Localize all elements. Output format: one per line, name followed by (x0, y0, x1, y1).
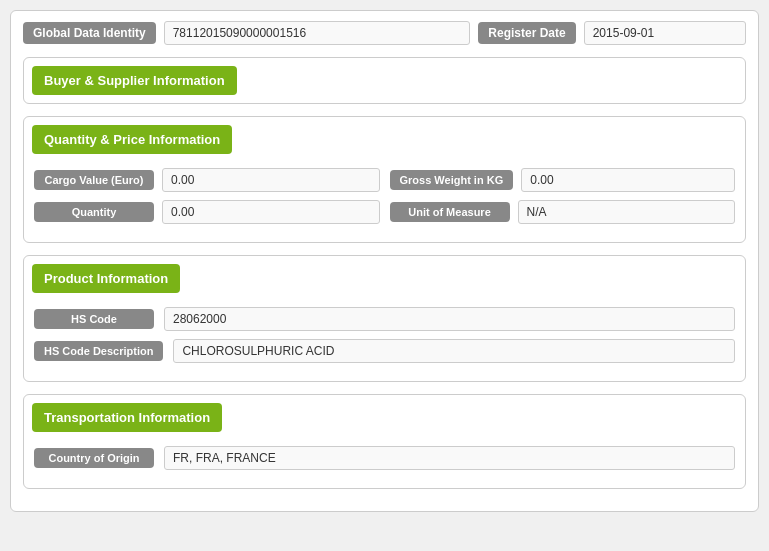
quantity-label: Quantity (34, 202, 154, 222)
gross-weight-label: Gross Weight in KG (390, 170, 514, 190)
transportation-body: Country of Origin FR, FRA, FRANCE (24, 440, 745, 488)
product-body: HS Code 28062000 HS Code Description CHL… (24, 301, 745, 381)
transportation-section: Transportation Information Country of Or… (23, 394, 746, 489)
uom-label: Unit of Measure (390, 202, 510, 222)
quantity-price-section: Quantity & Price Information Cargo Value… (23, 116, 746, 243)
hs-code-value: 28062000 (164, 307, 735, 331)
cargo-value-value: 0.00 (162, 168, 380, 192)
hs-code-label: HS Code (34, 309, 154, 329)
uom-value: N/A (518, 200, 736, 224)
cargo-value-label: Cargo Value (Euro) (34, 170, 154, 190)
register-date-value: 2015-09-01 (584, 21, 746, 45)
buyer-supplier-section: Buyer & Supplier Information (23, 57, 746, 104)
product-section: Product Information HS Code 28062000 HS … (23, 255, 746, 382)
quantity-price-title: Quantity & Price Information (32, 125, 232, 154)
hs-code-row: HS Code 28062000 (34, 307, 735, 331)
gross-weight-value: 0.00 (521, 168, 735, 192)
quantity-group: Quantity 0.00 (34, 200, 380, 224)
header-row: Global Data Identity 7811201509000000151… (23, 21, 746, 45)
gdi-value: 78112015090000001516 (164, 21, 471, 45)
country-label: Country of Origin (34, 448, 154, 468)
transportation-title: Transportation Information (32, 403, 222, 432)
uom-group: Unit of Measure N/A (390, 200, 736, 224)
product-title: Product Information (32, 264, 180, 293)
hs-desc-value: CHLOROSULPHURIC ACID (173, 339, 735, 363)
gdi-label: Global Data Identity (23, 22, 156, 44)
main-container: Global Data Identity 7811201509000000151… (10, 10, 759, 512)
country-value: FR, FRA, FRANCE (164, 446, 735, 470)
register-date-label: Register Date (478, 22, 575, 44)
quantity-price-body: Cargo Value (Euro) 0.00 Gross Weight in … (24, 162, 745, 242)
country-row: Country of Origin FR, FRA, FRANCE (34, 446, 735, 470)
buyer-supplier-title: Buyer & Supplier Information (32, 66, 237, 95)
quantity-value: 0.00 (162, 200, 380, 224)
hs-desc-label: HS Code Description (34, 341, 163, 361)
quantity-uom-row: Quantity 0.00 Unit of Measure N/A (34, 200, 735, 224)
gross-weight-group: Gross Weight in KG 0.00 (390, 168, 736, 192)
hs-desc-row: HS Code Description CHLOROSULPHURIC ACID (34, 339, 735, 363)
cargo-gross-row: Cargo Value (Euro) 0.00 Gross Weight in … (34, 168, 735, 192)
cargo-value-group: Cargo Value (Euro) 0.00 (34, 168, 380, 192)
